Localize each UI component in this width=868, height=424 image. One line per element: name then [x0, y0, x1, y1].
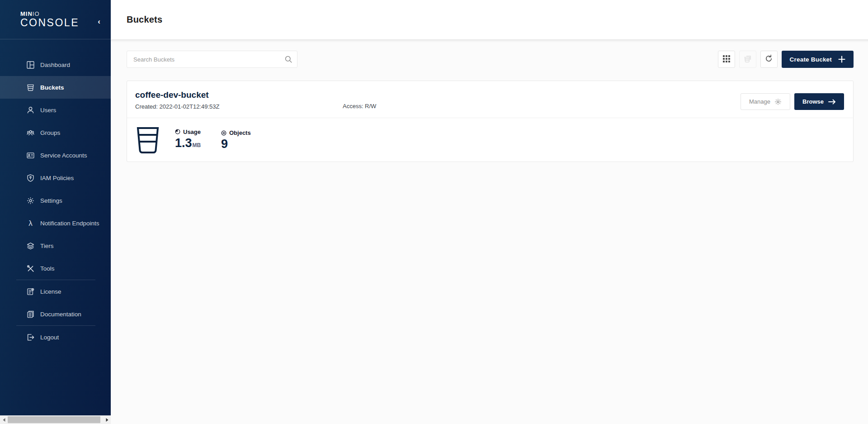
- logo-text-console: CONSOLE: [20, 17, 103, 29]
- sidebar-item-notification-endpoints[interactable]: λ Notification Endpoints: [0, 212, 111, 234]
- bucket-icon-large: [136, 127, 160, 154]
- page-body: Create Bucket coffee-dev-bucket Created:…: [111, 39, 868, 424]
- chevron-left-icon: ‹: [98, 17, 100, 26]
- gear-icon: [774, 98, 782, 105]
- search-input[interactable]: [127, 51, 297, 68]
- sidebar-item-label: Dashboard: [40, 62, 70, 68]
- manage-label: Manage: [749, 98, 770, 105]
- objects-label-row: Objects: [221, 129, 259, 136]
- usage-value-row: 1.3MB: [175, 137, 213, 152]
- left-triangle-icon: [3, 418, 5, 422]
- search-wrap: [127, 51, 297, 68]
- right-triangle-icon: [106, 418, 108, 422]
- toolbar-right: Create Bucket: [714, 51, 854, 68]
- refresh-icon: [764, 54, 773, 64]
- browse-button[interactable]: Browse: [794, 93, 844, 110]
- license-icon: [27, 288, 34, 295]
- gear-icon: [27, 197, 34, 205]
- search-icon: [284, 55, 292, 63]
- usage-label: Usage: [183, 129, 201, 135]
- dashboard-icon: [27, 61, 34, 69]
- bucket-card-top: coffee-dev-bucket Created: 2022-01-02T12…: [127, 81, 853, 118]
- sidebar-item-label: Groups: [40, 129, 60, 136]
- grid-view-button[interactable]: [718, 51, 735, 68]
- sidebar-item-label: Tools: [40, 265, 55, 272]
- sidebar-item-settings[interactable]: Settings: [0, 189, 111, 212]
- sidebar-horizontal-scrollbar: [0, 415, 111, 424]
- plus-icon: [838, 56, 845, 63]
- sidebar-item-label: Tiers: [40, 243, 54, 249]
- bucket-card-actions: Manage Browse: [741, 93, 844, 110]
- sidebar-item-license[interactable]: License: [0, 280, 111, 303]
- sidebar-item-logout[interactable]: Logout: [0, 326, 111, 348]
- objects-value: 9: [221, 138, 259, 151]
- usage-label-row: Usage: [175, 129, 213, 135]
- objects-label: Objects: [229, 129, 251, 136]
- sidebar-item-label: Users: [40, 107, 56, 114]
- logo-area: MINIO CONSOLE ‹: [0, 0, 111, 39]
- logout-icon: [27, 333, 34, 341]
- sidebar: MINIO CONSOLE ‹ Dashboard Buckets: [0, 0, 111, 424]
- usage-unit: MB: [193, 142, 201, 148]
- bucket-card-metrics: Usage 1.3MB Objects 9: [127, 118, 853, 162]
- create-bucket-label: Create Bucket: [790, 56, 832, 63]
- bucket-name: coffee-dev-bucket: [135, 90, 844, 100]
- manage-button[interactable]: Manage: [741, 93, 790, 110]
- service-accounts-icon: [27, 152, 34, 159]
- shield-icon: [27, 174, 34, 182]
- sidebar-item-label: IAM Policies: [40, 175, 74, 181]
- sidebar-item-label: Buckets: [40, 84, 64, 91]
- main-area: Buckets: [111, 0, 868, 424]
- grid-view-icon: [722, 55, 731, 64]
- sidebar-item-label: License: [40, 288, 61, 295]
- sidebar-item-label: Logout: [40, 334, 59, 341]
- list-view-icon: [743, 54, 752, 65]
- usage-pie-icon: [175, 129, 180, 134]
- sidebar-item-label: Settings: [40, 197, 62, 204]
- sidebar-collapse-button[interactable]: ‹: [94, 17, 104, 26]
- usage-metric: Usage 1.3MB: [175, 129, 213, 152]
- list-view-button[interactable]: [739, 51, 756, 68]
- minio-console-app: MINIO CONSOLE ‹ Dashboard Buckets: [0, 0, 868, 424]
- sidebar-menu: Dashboard Buckets Users Groups: [0, 39, 111, 424]
- sidebar-item-service-accounts[interactable]: Service Accounts: [0, 144, 111, 167]
- usage-value: 1.3: [175, 136, 192, 150]
- sidebar-item-label: Documentation: [40, 311, 81, 318]
- sidebar-item-tools[interactable]: Tools: [0, 257, 111, 280]
- buckets-toolbar: Create Bucket: [127, 51, 854, 68]
- logo-text-min: MIN: [20, 10, 33, 17]
- groups-icon: [27, 129, 34, 137]
- sidebar-item-iam-policies[interactable]: IAM Policies: [0, 167, 111, 189]
- sidebar-item-buckets[interactable]: Buckets: [0, 76, 111, 99]
- sidebar-item-users[interactable]: Users: [0, 99, 111, 121]
- user-icon: [27, 106, 34, 114]
- bucket-icon: [27, 84, 34, 91]
- logo-text-io: IO: [33, 10, 40, 17]
- sidebar-item-label: Notification Endpoints: [40, 220, 99, 227]
- bucket-card[interactable]: coffee-dev-bucket Created: 2022-01-02T12…: [127, 81, 854, 162]
- page-title: Buckets: [127, 14, 162, 25]
- sidebar-item-documentation[interactable]: Documentation: [0, 303, 111, 325]
- sidebar-item-dashboard[interactable]: Dashboard: [0, 53, 111, 76]
- tools-icon: [27, 265, 34, 272]
- documentation-icon: [27, 310, 34, 318]
- scrollbar-right-arrow[interactable]: [103, 415, 111, 424]
- lambda-icon: λ: [27, 219, 34, 227]
- layers-icon: [27, 242, 34, 250]
- bucket-created: Created: 2022-01-02T12:49:53Z: [135, 103, 844, 110]
- arrow-right-icon: [828, 99, 836, 105]
- objects-metric: Objects 9: [221, 129, 259, 151]
- sidebar-item-tiers[interactable]: Tiers: [0, 234, 111, 257]
- scrollbar-left-arrow[interactable]: [0, 415, 8, 424]
- scrollbar-thumb[interactable]: [8, 416, 100, 423]
- minio-logo: MINIO: [20, 11, 103, 17]
- browse-label: Browse: [802, 98, 824, 105]
- sidebar-item-label: Service Accounts: [40, 152, 87, 159]
- refresh-button[interactable]: [760, 51, 778, 68]
- sidebar-item-groups[interactable]: Groups: [0, 121, 111, 144]
- create-bucket-button[interactable]: Create Bucket: [782, 51, 854, 68]
- page-header: Buckets: [111, 0, 868, 39]
- bucket-access: Access: R/W: [343, 103, 376, 110]
- objects-icon: [221, 130, 226, 136]
